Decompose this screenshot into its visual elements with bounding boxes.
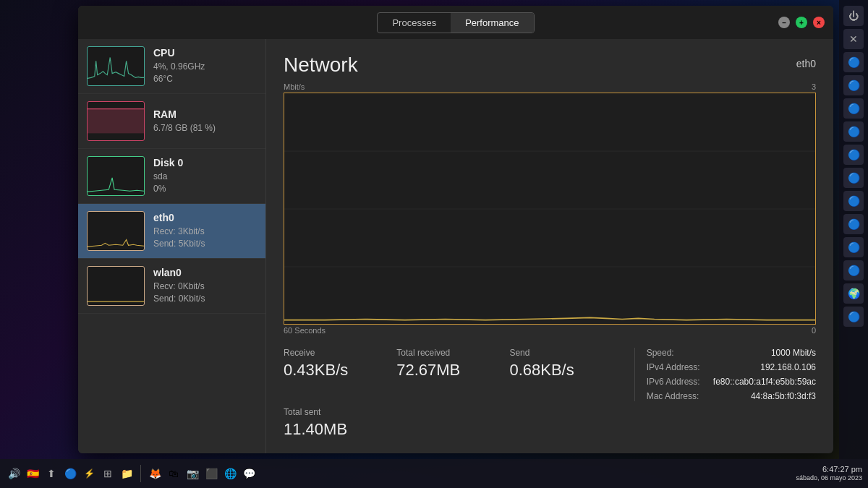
taskbar-icon-volume[interactable]: 🔊 <box>6 466 22 481</box>
send-label: Send <box>509 348 622 358</box>
total-received-value: 72.67MB <box>396 361 509 380</box>
eth0-info: eth0 Recv: 3Kbit/s Send: 5Kbit/s <box>153 212 257 250</box>
mac-label: Mac Address: <box>647 391 699 401</box>
taskbar-icon-apps[interactable]: ⊞ <box>100 466 116 481</box>
chart-label-top: Mbit/s 3 <box>284 82 816 91</box>
chart-label-bottom: 60 Seconds 0 <box>284 326 816 335</box>
info-speed: Speed: 1000 Mbit/s <box>647 348 816 358</box>
receive-label: Receive <box>284 348 396 358</box>
tab-processes[interactable]: Processes <box>378 13 451 33</box>
tab-performance[interactable]: Performance <box>451 13 533 33</box>
sidebar-item-cpu[interactable]: CPU 4%, 0.96GHz 66°C <box>78 39 265 94</box>
wlan0-title: wlan0 <box>153 267 257 278</box>
taskbar-icon-chrome[interactable]: 🔵 <box>62 466 78 481</box>
content-area: CPU 4%, 0.96GHz 66°C RAM <box>78 39 833 453</box>
right-panel: ⏻ ✕ 🔵 🔵 🔵 🔵 🔵 🔵 🔵 🔵 🔵 🔵 🌍 🔵 <box>839 0 868 459</box>
taskbar-icon-bluetooth[interactable]: ⚡ <box>81 466 97 481</box>
total-received-label: Total received <box>396 348 509 358</box>
eth0-subtitle: Recv: 3Kbit/s Send: 5Kbit/s <box>153 226 257 250</box>
chart-y-min: 0 <box>812 326 816 335</box>
panel-icon-12[interactable]: 🌍 <box>843 283 864 304</box>
taskbar-icon-flag[interactable]: 🇪🇸 <box>25 466 41 481</box>
taskbar-app-term[interactable]: ⬛ <box>203 466 219 481</box>
taskbar-app-screenshot[interactable]: 📷 <box>184 466 200 481</box>
panel-icon-4[interactable]: 🔵 <box>843 98 864 119</box>
info-mac: Mac Address: 44:8a:5b:f0:3d:f3 <box>647 391 816 401</box>
panel-icon-9[interactable]: 🔵 <box>843 214 864 234</box>
clock-time: 6:47:27 pm <box>796 464 862 474</box>
send-value: 0.68KB/s <box>509 361 622 380</box>
disk-info: Disk 0 sda 0% <box>153 157 257 195</box>
chart-y-max: 3 <box>812 82 816 91</box>
minimize-button[interactable]: – <box>778 17 790 28</box>
taskbar-app-browser[interactable]: 🌐 <box>222 466 238 481</box>
panel-icon-13[interactable]: 🔵 <box>843 307 864 327</box>
stats-row: Receive 0.43KB/s Total received 72.67MB … <box>284 348 816 401</box>
taskbar-app-store[interactable]: 🛍 <box>166 466 182 481</box>
cpu-thumbnail <box>87 46 145 86</box>
ram-title: RAM <box>153 108 257 120</box>
sidebar-item-eth0[interactable]: eth0 Recv: 3Kbit/s Send: 5Kbit/s <box>78 204 265 259</box>
panel-icon-3[interactable]: 🔵 <box>843 75 864 95</box>
disk-title: Disk 0 <box>153 157 257 168</box>
eth0-thumbnail <box>87 211 145 251</box>
taskbar-divider <box>140 465 141 482</box>
chart-y-label: Mbit/s <box>284 82 305 91</box>
panel-icon-power[interactable]: ⏻ <box>843 6 864 26</box>
total-sent-row: Total sent 11.40MB <box>284 407 816 439</box>
ipv6-label: IPv6 Address: <box>647 377 700 387</box>
sidebar-item-wlan0[interactable]: wlan0 Recv: 0Kbit/s Send: 0Kbit/s <box>78 259 265 314</box>
taskbar-left: 🔊 🇪🇸 ⬆ 🔵 ⚡ ⊞ 📁 🦊 🛍 📷 ⬛ 🌐 💬 <box>6 465 796 482</box>
taskbar-app-firefox[interactable]: 🦊 <box>147 466 163 481</box>
panel-icon-11[interactable]: 🔵 <box>843 260 864 281</box>
panel-device: eth0 <box>796 58 816 69</box>
chart-area <box>284 93 816 325</box>
panel-icon-7[interactable]: 🔵 <box>843 168 864 188</box>
cpu-subtitle: 4%, 0.96GHz 66°C <box>153 61 257 85</box>
taskbar-icon-network[interactable]: ⬆ <box>43 466 59 481</box>
panel-icon-10[interactable]: 🔵 <box>843 237 864 257</box>
panel-icon-8[interactable]: 🔵 <box>843 191 864 211</box>
sidebar-item-ram[interactable]: RAM 6.7/8 GB (81 %) <box>78 94 265 149</box>
panel-icon-1[interactable]: ✕ <box>843 29 864 49</box>
chart-x-label: 60 Seconds <box>284 326 326 335</box>
maximize-button[interactable]: + <box>796 17 807 28</box>
stat-total-received: Total received 72.67MB <box>396 348 509 401</box>
close-button[interactable]: × <box>813 17 825 28</box>
ram-info: RAM 6.7/8 GB (81 %) <box>153 108 257 134</box>
taskbar-icon-files[interactable]: 📁 <box>119 466 135 481</box>
cpu-title: CPU <box>153 47 257 59</box>
clock-date: sábado, 06 mayo 2023 <box>796 474 862 483</box>
title-bar: Processes Performance – + × <box>78 6 833 39</box>
panel-icon-6[interactable]: 🔵 <box>843 145 864 165</box>
info-ipv6: IPv6 Address: fe80::cab0:a1f4:e5bb:59ac <box>647 377 816 387</box>
ram-subtitle: 6.7/8 GB (81 %) <box>153 122 257 134</box>
wlan0-subtitle: Recv: 0Kbit/s Send: 0Kbit/s <box>153 281 257 305</box>
panel-header: Network eth0 <box>284 53 816 77</box>
taskbar-app-chat[interactable]: 💬 <box>241 466 257 481</box>
ipv4-label: IPv4 Address: <box>647 362 700 372</box>
window-controls: – + × <box>778 17 825 28</box>
panel-icon-5[interactable]: 🔵 <box>843 121 864 142</box>
stats-right: Speed: 1000 Mbit/s IPv4 Address: 192.168… <box>647 348 816 401</box>
sidebar-item-disk0[interactable]: Disk 0 sda 0% <box>78 149 265 204</box>
stat-receive: Receive 0.43KB/s <box>284 348 396 401</box>
app-window: Processes Performance – + × CPU <box>78 6 833 453</box>
panel-icon-2[interactable]: 🔵 <box>843 52 864 72</box>
stats-divider <box>634 348 635 401</box>
disk-subtitle: sda 0% <box>153 171 257 195</box>
speed-label: Speed: <box>647 348 674 358</box>
total-sent-value: 11.40MB <box>284 420 816 439</box>
eth0-title: eth0 <box>153 212 257 223</box>
cpu-info: CPU 4%, 0.96GHz 66°C <box>153 47 257 85</box>
svg-rect-0 <box>88 109 144 134</box>
info-ipv4: IPv4 Address: 192.168.0.106 <box>647 362 816 372</box>
wlan0-thumbnail <box>87 266 145 306</box>
receive-value: 0.43KB/s <box>284 361 396 380</box>
mac-value: 44:8a:5b:f0:3d:f3 <box>751 391 816 401</box>
sidebar: CPU 4%, 0.96GHz 66°C RAM <box>78 39 266 453</box>
main-panel: Network eth0 Mbit/s 3 <box>266 39 833 453</box>
taskbar: 🔊 🇪🇸 ⬆ 🔵 ⚡ ⊞ 📁 🦊 🛍 📷 ⬛ 🌐 💬 6:47:27 pm sá… <box>0 459 868 488</box>
taskbar-right: 6:47:27 pm sábado, 06 mayo 2023 <box>796 464 862 483</box>
disk-thumbnail <box>87 156 145 196</box>
